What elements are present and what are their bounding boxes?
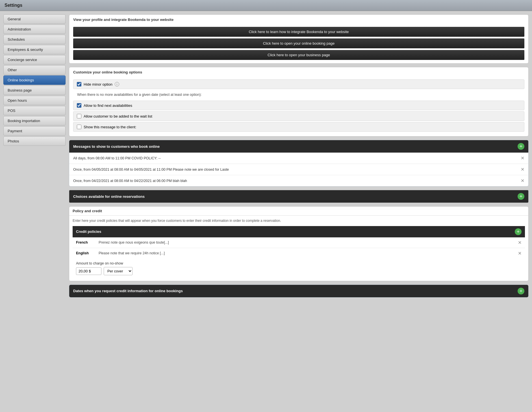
sidebar-item-employees-security[interactable]: Employees & security [3,45,66,54]
avail-option-wait-list: Allow customer to be added to the wait l… [73,111,524,121]
hide-minor-option-row: Hide minor option i [73,79,524,89]
avail-checkbox-wait-list[interactable] [77,114,81,118]
hide-minor-label: Hide minor option [84,82,112,86]
credit-row: EnglishPlease note that we require 24h n… [73,248,525,259]
sidebar-item-photos[interactable]: Photos [3,136,66,146]
sidebar-item-open-hours[interactable]: Open hours [3,96,66,105]
credit-text: Prenez note que nous exigeons que toute[… [99,240,518,244]
noshow-label: Amount to charge on no-show [76,261,522,265]
messages-header: Messages to show to customers who book o… [69,140,528,153]
integrate-btn[interactable]: Click here to learn how to integrate Boo… [73,27,524,37]
add-choice-button[interactable]: + [518,193,524,200]
page-title: Settings [0,0,532,11]
sidebar-item-payment[interactable]: Payment [3,126,66,136]
noshow-amount-input[interactable] [76,267,101,275]
choices-title: Choices available for online reservation… [73,194,145,199]
sidebar-item-administration[interactable]: Administration [3,25,66,34]
credit-lang: English [76,251,99,255]
credit-policies-list: FrenchPrenez note que nous exigeons que … [73,237,525,259]
messages-section: Messages to show to customers who book o… [69,140,529,187]
noshow-inputs: Per coverFlat feePer person [76,267,522,275]
policy-title: Policy and credit [69,207,528,216]
sidebar-item-business-page[interactable]: Business page [3,86,66,95]
no-avail-title: When there is no more availabilities for… [73,90,524,98]
choices-header: Choices available for online reservation… [69,190,528,203]
policy-section: Policy and credit Enter here your credit… [69,206,529,281]
dates-title: Dates when you request credit informatio… [73,289,183,293]
remove-credit-policy-button[interactable]: ✕ [518,240,522,245]
avail-option-show-message: Show this message to the client: [73,122,524,132]
sidebar-item-other[interactable]: Other [3,65,66,75]
messages-title: Messages to show to customers who book o… [73,144,160,149]
remove-message-button[interactable]: ✕ [521,155,524,161]
add-date-button[interactable]: + [518,288,524,294]
avail-checkbox-find-next[interactable] [77,103,81,108]
sidebar-item-general[interactable]: General [3,14,66,24]
info-icon: i [115,82,119,86]
remove-message-button[interactable]: ✕ [521,178,524,183]
sidebar: GeneralAdministrationSchedulesEmployees … [3,14,66,407]
sidebar-item-online-bookings[interactable]: Online bookings [3,75,66,85]
add-message-button[interactable]: + [518,143,524,150]
hide-minor-checkbox[interactable] [77,82,81,86]
dates-header: Dates when you request credit informatio… [69,285,528,297]
avail-label-show-message: Show this message to the client: [84,125,136,129]
add-credit-policy-button[interactable]: + [515,228,522,235]
profile-buttons-area: Click here to learn how to integrate Boo… [69,23,528,63]
policy-body: Enter here your credit policies that wil… [69,216,528,281]
customize-body: Hide minor option i When there is no mor… [69,76,528,136]
credit-row: FrenchPrenez note que nous exigeons que … [73,237,525,248]
avail-label-wait-list: Allow customer to be added to the wait l… [84,114,152,118]
profile-section-title: View your profile and integrate Bookenda… [69,15,528,23]
message-text: Once, from 04/22/2021 at 08:00 AM to 04/… [73,179,310,183]
sidebar-item-concierge-service[interactable]: Concierge service [3,55,66,64]
avail-checkbox-show-message[interactable] [77,125,81,129]
avail-option-find-next: Allow to find next availabilities [73,101,524,110]
business-page-btn[interactable]: Click here to open your business page [73,50,524,60]
policy-description: Enter here your credit policies that wil… [73,218,525,223]
messages-list: All days, from 08:00 AM to 11:00 PM COVI… [69,153,528,186]
message-text: Once, from 04/05/2021 at 08:00 AM to 04/… [73,168,310,172]
noshow-section: Amount to charge on no-show Per coverFla… [73,259,525,278]
remove-credit-policy-button[interactable]: ✕ [518,251,522,256]
booking-page-btn[interactable]: Click here to open your online booking p… [73,38,524,48]
main-content: View your profile and integrate Bookenda… [69,14,529,407]
sidebar-item-pos[interactable]: POS [3,106,66,115]
customize-section-title: Customize your online booking options [69,67,528,76]
message-row: Once, from 04/05/2021 at 08:00 AM to 04/… [69,164,528,175]
credit-policies-title: Credit policies [76,229,101,234]
credit-policies-header: Credit policies + [73,226,525,237]
message-text: All days, from 08:00 AM to 11:00 PM COVI… [73,156,310,160]
message-row: All days, from 08:00 AM to 11:00 PM COVI… [69,153,528,164]
avail-label-find-next: Allow to find next availabilities [84,103,132,108]
profile-section: View your profile and integrate Bookenda… [69,14,529,64]
message-row: Once, from 04/22/2021 at 08:00 AM to 04/… [69,175,528,186]
customize-section: Customize your online booking options Hi… [69,67,529,136]
choices-section: Choices available for online reservation… [69,190,529,203]
sidebar-item-schedules[interactable]: Schedules [3,35,66,44]
availability-options: Allow to find next availabilitiesAllow c… [73,101,524,132]
noshow-select[interactable]: Per coverFlat feePer person [104,267,133,275]
remove-message-button[interactable]: ✕ [521,167,524,172]
credit-text: Please note that we require 24h notice [… [99,251,518,255]
dates-section: Dates when you request credit informatio… [69,285,529,298]
sidebar-item-booking-importation[interactable]: Booking importation [3,116,66,125]
credit-lang: French [76,240,99,244]
